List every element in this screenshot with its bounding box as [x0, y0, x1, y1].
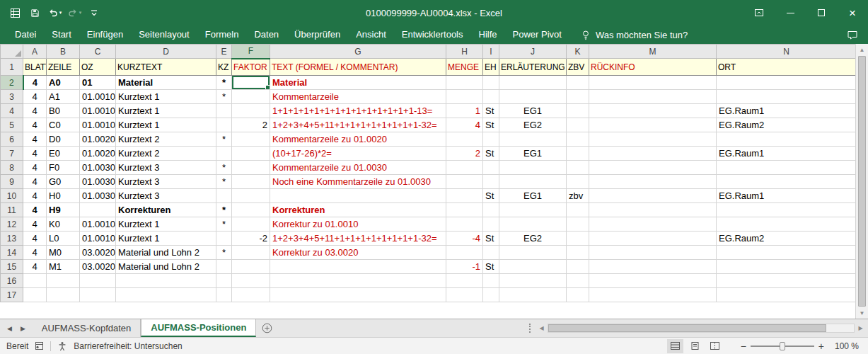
cell-A8[interactable]: 4 [23, 161, 47, 175]
column-header-G[interactable]: G [270, 45, 446, 59]
row-header-15[interactable]: 15 [1, 260, 23, 274]
row-header-2[interactable]: 2 [1, 76, 23, 90]
cell-G9[interactable]: Noch eine Kommentarzeile zu 01.0030 [270, 175, 446, 189]
page-layout-view-icon[interactable] [687, 339, 703, 353]
customize-qat-icon[interactable] [85, 3, 103, 23]
horizontal-scroll-track[interactable] [548, 324, 855, 333]
cell-A13[interactable]: 4 [23, 232, 47, 246]
cell-K4[interactable] [567, 104, 589, 118]
column-header-N[interactable]: N [717, 45, 856, 59]
cell-M17[interactable] [589, 288, 717, 302]
cell-N2[interactable] [717, 76, 856, 90]
cell-D11[interactable]: Korrekturen [116, 203, 216, 217]
zoom-slider[interactable] [751, 346, 814, 347]
cell-M8[interactable] [589, 161, 717, 175]
zoom-out-icon[interactable]: − [736, 341, 751, 351]
cell-D13[interactable]: Kurztext 1 [116, 232, 216, 246]
cell-N4[interactable]: EG.Raum1 [717, 104, 856, 118]
cell-C8[interactable]: 01.0030 [80, 161, 116, 175]
cell-D12[interactable]: Kurztext 1 [116, 217, 216, 232]
cell-H4[interactable]: 1 [446, 104, 483, 118]
cell-F6[interactable] [232, 132, 270, 147]
maximize-icon[interactable] [806, 0, 837, 25]
cell-M16[interactable] [589, 274, 717, 288]
cell-I8[interactable] [483, 161, 499, 175]
cell-M1[interactable]: RÜCKINFO [589, 59, 717, 76]
cell-N17[interactable] [717, 288, 856, 302]
cell-H10[interactable] [446, 189, 483, 203]
cell-C12[interactable]: 01.0010 [80, 217, 116, 232]
scroll-up-icon[interactable]: ▲ [856, 44, 868, 55]
column-header-K[interactable]: K [567, 45, 589, 59]
accessibility-icon[interactable] [57, 341, 67, 351]
cell-F14[interactable] [232, 246, 270, 260]
cell-E16[interactable] [216, 274, 232, 288]
cell-J11[interactable] [499, 203, 567, 217]
cell-E15[interactable] [216, 260, 232, 274]
column-header-J[interactable]: J [499, 45, 567, 59]
column-header-E[interactable]: E [216, 45, 232, 59]
cell-H2[interactable] [446, 76, 483, 90]
cell-H5[interactable]: 4 [446, 118, 483, 132]
cell-F10[interactable] [232, 189, 270, 203]
cell-N3[interactable] [717, 90, 856, 104]
cell-M15[interactable] [589, 260, 717, 274]
cell-M5[interactable] [589, 118, 717, 132]
cell-B6[interactable]: D0 [47, 132, 80, 147]
cell-H11[interactable] [446, 203, 483, 217]
row-header-17[interactable]: 17 [1, 288, 23, 302]
cell-D3[interactable]: Kurztext 1 [116, 90, 216, 104]
cell-J7[interactable]: EG1 [499, 147, 567, 161]
cell-H3[interactable] [446, 90, 483, 104]
cell-B15[interactable]: M1 [47, 260, 80, 274]
cell-H9[interactable] [446, 175, 483, 189]
select-all-button[interactable] [1, 45, 23, 59]
undo-icon[interactable]: ▾ [45, 3, 64, 23]
cell-C13[interactable]: 01.0010 [80, 232, 116, 246]
cell-E14[interactable]: * [216, 246, 232, 260]
cell-M14[interactable] [589, 246, 717, 260]
cell-M2[interactable] [589, 76, 717, 90]
cell-E1[interactable]: KZ [216, 59, 232, 76]
cell-F11[interactable] [232, 203, 270, 217]
cell-C15[interactable]: 03.0020 [80, 260, 116, 274]
cell-C3[interactable]: 01.0010 [80, 90, 116, 104]
row-header-10[interactable]: 10 [1, 189, 23, 203]
column-header-H[interactable]: H [446, 45, 483, 59]
cell-N8[interactable] [717, 161, 856, 175]
cell-J9[interactable] [499, 175, 567, 189]
ribbon-tab-start[interactable]: Start [44, 25, 79, 44]
cell-F7[interactable] [232, 147, 270, 161]
cell-D10[interactable]: Kurztext 3 [116, 189, 216, 203]
cell-G2[interactable]: Material [270, 76, 446, 90]
row-header-5[interactable]: 5 [1, 118, 23, 132]
cell-D14[interactable]: Material und Lohn 2 [116, 246, 216, 260]
column-header-C[interactable]: C [80, 45, 116, 59]
cell-D2[interactable]: Material [116, 76, 216, 90]
cell-N6[interactable] [717, 132, 856, 147]
redo-dropdown-icon[interactable]: ▾ [79, 10, 82, 16]
cell-I1[interactable]: EH [483, 59, 499, 76]
cell-E4[interactable] [216, 104, 232, 118]
cell-A14[interactable]: 4 [23, 246, 47, 260]
sheet-tab-aufmass-positionen[interactable]: AUFMASS-Positionen [141, 319, 256, 337]
ribbon-tab-daten[interactable]: Daten [246, 25, 287, 44]
cell-K2[interactable] [567, 76, 589, 90]
cell-A12[interactable]: 4 [23, 217, 47, 232]
cell-F5[interactable]: 2 [232, 118, 270, 132]
cell-N15[interactable] [717, 260, 856, 274]
cell-I2[interactable] [483, 76, 499, 90]
ribbon-tab-hilfe[interactable]: Hilfe [471, 25, 505, 44]
sheet-nav-left-icon[interactable]: ◀ [7, 325, 12, 332]
cell-J16[interactable] [499, 274, 567, 288]
excel-app-icon[interactable] [6, 3, 24, 23]
cell-B10[interactable]: H0 [47, 189, 80, 203]
cell-B3[interactable]: A1 [47, 90, 80, 104]
cell-K3[interactable] [567, 90, 589, 104]
cell-J15[interactable] [499, 260, 567, 274]
cell-A17[interactable] [23, 288, 47, 302]
cell-K17[interactable] [567, 288, 589, 302]
cell-I12[interactable] [483, 217, 499, 232]
cell-B7[interactable]: E0 [47, 147, 80, 161]
cell-N5[interactable]: EG.Raum2 [717, 118, 856, 132]
